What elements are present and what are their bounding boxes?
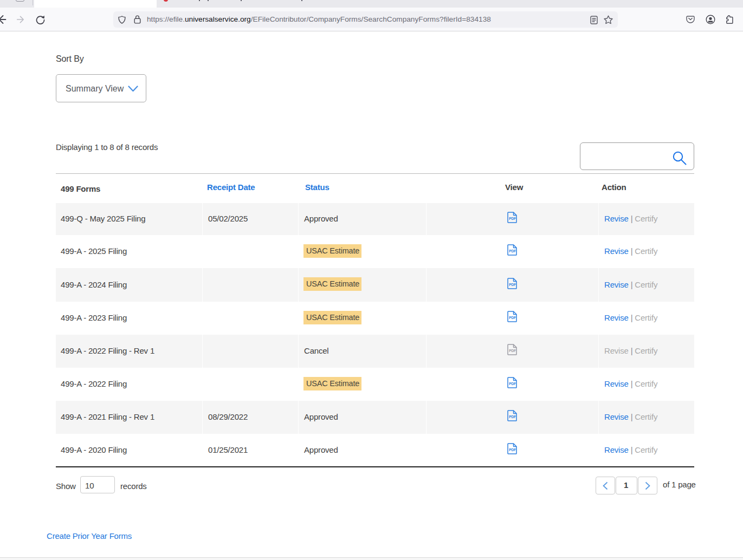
svg-text:PDF: PDF	[509, 448, 516, 452]
svg-text:PDF: PDF	[509, 349, 516, 353]
svg-text:PDF: PDF	[509, 415, 516, 419]
svg-text:PDF: PDF	[509, 217, 516, 220]
svg-text:PDF: PDF	[509, 316, 516, 320]
svg-text:PDF: PDF	[509, 382, 516, 386]
svg-text:PDF: PDF	[509, 249, 516, 253]
svg-text:PDF: PDF	[509, 282, 516, 286]
